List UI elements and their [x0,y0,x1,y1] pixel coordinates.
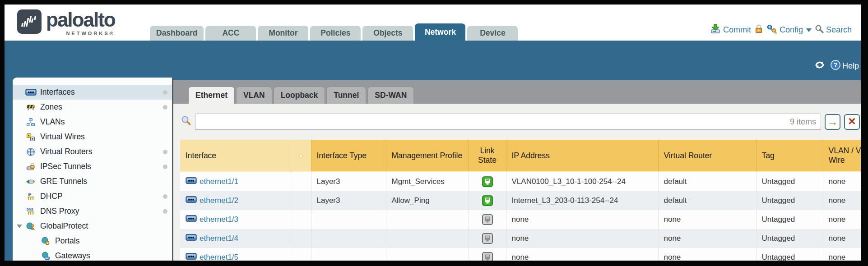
interface-link[interactable]: ethernet1/3 [200,215,238,224]
help-label: Help [842,61,859,71]
config-dropdown-button[interactable]: Config [766,24,812,36]
sidebar-item-globalprotect[interactable]: GlobalProtect [13,219,172,234]
column-header-ip-address[interactable]: IP Address [506,140,658,172]
sidebar-item-label: DHCP [40,192,63,201]
tab-vlan[interactable]: VLAN [236,87,272,104]
interface-link[interactable]: ethernet1/5 [200,253,238,261]
paloalto-logo-icon [17,9,42,36]
paloalto-logo: paloalto NETWORKS® [17,9,115,36]
link-state-up-icon [482,195,493,206]
sidebar-item-label: Interfaces [40,87,75,97]
filter-magnifier-icon [181,115,191,128]
column-header-interface-type[interactable]: Interface Type [311,140,386,172]
cell-tag: Untagged [756,172,823,191]
brand-subtitle: NETWORKS® [46,31,115,36]
nav-tab-objects[interactable]: Objects [362,26,413,41]
tab-sd-wan[interactable]: SD-WAN [367,87,414,104]
search-button[interactable]: Search [815,24,852,36]
column-header-label: VLAN / Virtual Wire [829,146,861,165]
column-header-vlan-virtual-wire[interactable]: VLAN / Virtual Wire [823,140,861,172]
interface-cell-content: ethernet1/1 [186,177,285,186]
help-icon: ? [830,60,841,73]
sidebar-item-dhcp[interactable]: IPDHCP [13,189,172,204]
nav-tab-acc[interactable]: ACC [205,26,256,41]
table-row: ethernet1/5nonenoneUntaggednone [180,248,861,261]
nav-tab-network[interactable]: Network [415,23,465,41]
nav-tab-label: Device [480,28,505,38]
table-row: ethernet1/2Layer3Allow_PingInternet_L3_2… [180,191,861,210]
filter-input[interactable] [200,117,790,127]
sidebar-item-label: GlobalProtect [40,221,88,231]
apply-filter-button[interactable]: → [825,114,840,130]
clear-filter-button[interactable]: × [844,114,860,130]
column-header-label: Virtual Router [664,151,712,160]
sidebar-item-zones[interactable]: Zones [13,100,172,115]
interface-link[interactable]: ethernet1/2 [200,196,238,205]
column-header-label: Interface Type [317,151,367,160]
cell-link-state [469,210,506,229]
sidebar-item-gateways[interactable]: Gateways [13,248,172,261]
cell-tag: Untagged [756,191,823,210]
cell-interface: ethernet1/5 [180,248,291,261]
help-button[interactable]: ? Help [830,60,859,73]
lock-button[interactable] [754,24,763,36]
expander-down-icon[interactable] [17,225,22,228]
dhcp-icon: IP [25,192,37,201]
gateways-icon [40,252,51,261]
sidebar-item-label: Gateways [55,251,90,261]
interface-icon [186,196,197,205]
virtual-wires-icon [25,133,37,142]
cell-management-profile: Allow_Ping [386,191,469,210]
interface-cell-content: ethernet1/3 [186,215,285,224]
interface-link[interactable]: ethernet1/1 [200,177,238,186]
sort-indicator-column[interactable]: ▼ [291,140,311,172]
tab-tunnel[interactable]: Tunnel [326,87,366,104]
sidebar-item-vlans[interactable]: VLANs [13,115,172,129]
commit-button[interactable]: Commit [710,23,751,37]
sidebar-item-virtual-wires[interactable]: Virtual Wires [13,129,172,144]
nav-tab-device[interactable]: Device [467,26,518,41]
ethernet-tab-content: 9 items → × Interface▼In [173,104,861,261]
cell-management-profile [386,248,469,261]
cell-vlan-wire: none [823,191,861,210]
table-body: ethernet1/1Layer3Mgmt_ServicesVLAN0100_L… [180,172,861,261]
search-icon [815,24,824,36]
link-state-up-icon [482,176,493,187]
cell-sort-spacer [291,229,311,248]
screenshot-frame: paloalto NETWORKS® DashboardACCMonitorPo… [0,0,868,266]
link-state-down-icon [482,233,493,244]
column-header-label: Management Profile [392,151,463,160]
sidebar-item-ipsec-tunnels[interactable]: IPSec Tunnels [13,159,172,174]
tab-label: VLAN [243,91,265,100]
nav-tab-policies[interactable]: Policies [310,26,361,41]
column-header-link-state[interactable]: Link State [469,140,506,172]
column-header-virtual-router[interactable]: Virtual Router [658,140,756,172]
interface-link[interactable]: ethernet1/4 [200,234,238,243]
cell-link-state [469,229,506,248]
cell-vlan-wire: none [823,248,861,261]
primary-nav-tabs: DashboardACCMonitorPoliciesObjectsNetwor… [150,23,518,41]
sidebar-item-gre-tunnels[interactable]: GRE Tunnels [13,174,172,189]
sidebar-item-virtual-routers[interactable]: Virtual Routers [13,144,172,159]
sidebar-item-interfaces[interactable]: Interfaces [13,85,172,100]
refresh-button[interactable] [814,60,826,72]
interfaces-icon [25,89,37,96]
cell-tag: Untagged [756,248,823,261]
cell-management-profile [386,229,469,248]
cell-link-state [469,172,506,191]
column-header-management-profile[interactable]: Management Profile [386,140,469,172]
sidebar-item-portals[interactable]: Portals [13,234,172,248]
sidebar-item-dns-proxy[interactable]: DNSDNS Proxy [13,204,172,219]
interfaces-table: Interface▼Interface TypeManagement Profi… [180,140,861,261]
table-header-row: Interface▼Interface TypeManagement Profi… [180,140,861,172]
column-header-tag[interactable]: Tag [756,140,823,172]
tab-ethernet[interactable]: Ethernet [188,87,235,104]
nav-tab-monitor[interactable]: Monitor [258,26,308,41]
nav-tab-dashboard[interactable]: Dashboard [150,26,204,41]
column-header-interface[interactable]: Interface [180,140,291,172]
cell-virtual-router: none [658,248,756,261]
portals-icon [40,237,51,246]
sidebar-item-label: IPSec Tunnels [40,162,91,171]
cell-link-state [469,191,506,210]
tab-loopback[interactable]: Loopback [274,87,325,104]
